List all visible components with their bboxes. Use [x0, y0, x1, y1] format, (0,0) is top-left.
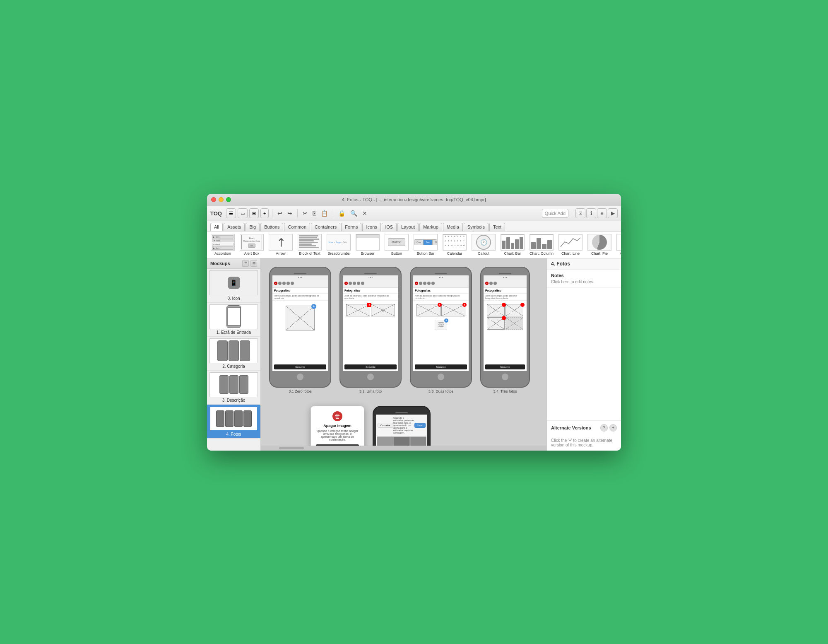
- topbar-icon-2c: [357, 282, 360, 285]
- alternate-help-btn[interactable]: ?: [600, 424, 608, 432]
- dialog-container: 🗑 Apagar imagem Quando a coleção tenha a…: [310, 406, 364, 446]
- play-icon[interactable]: ▶: [608, 208, 618, 218]
- comp-item-arrow[interactable]: ↗ Arrow: [268, 234, 293, 256]
- comp-item-chartcol[interactable]: Chart: Column: [529, 234, 554, 256]
- tab-icons[interactable]: Icons: [362, 223, 380, 231]
- sidebar-item-4[interactable]: 4. Fotos: [207, 405, 260, 439]
- add-button[interactable]: +: [260, 208, 269, 218]
- comp-item-blocktext[interactable]: Block of Text: [297, 234, 322, 256]
- canvas-dialog: 🗑 Apagar imagem Quando a coleção tenha a…: [310, 406, 364, 446]
- phone-btn-3[interactable]: Seguinte: [415, 364, 467, 369]
- list-icon[interactable]: ≡: [597, 208, 607, 218]
- mockup-label-2: 3.2. Uma foto: [359, 389, 382, 393]
- phone-home-1[interactable]: [296, 373, 304, 381]
- tab-assets[interactable]: Assets: [224, 223, 245, 231]
- horizontal-scrollbar[interactable]: [261, 446, 546, 451]
- sidebar-item-2[interactable]: 2. Categoria: [207, 337, 260, 371]
- tab-buttons[interactable]: Buttons: [260, 223, 283, 231]
- comp-item-callout[interactable]: 🕐 Callout: [471, 234, 496, 256]
- alternate-add-btn[interactable]: +: [609, 424, 617, 432]
- comp-item-buttonbar[interactable]: One Two Three Button Bar: [413, 234, 438, 256]
- tab-common[interactable]: Common: [284, 223, 310, 231]
- minimize-button[interactable]: [219, 197, 224, 202]
- topbar-icon-3b: [423, 282, 426, 285]
- toolbar-separator-3: [333, 209, 333, 217]
- comp-item-calendar[interactable]: SMT WTFS 123 4567 8910 11121314 Calendar: [442, 234, 467, 256]
- maximize-button[interactable]: [226, 197, 231, 202]
- close-icon[interactable]: ✕: [361, 209, 369, 217]
- canvas[interactable]: • • • ✕ Fotografias Além da descrição, p: [261, 258, 546, 446]
- topbar-icon-2b: [353, 282, 356, 285]
- phone-btn-1[interactable]: Seguinte: [274, 364, 326, 369]
- comp-item-breadcrumbs[interactable]: Home › Page › Sub Breadcrumbs: [326, 234, 351, 256]
- toolbar-separator-4: [572, 209, 572, 217]
- tab-big[interactable]: Big: [246, 223, 260, 231]
- phone-home-4[interactable]: [501, 373, 509, 381]
- comp-item-browser[interactable]: Browser: [355, 234, 380, 256]
- search-icon[interactable]: 🔍: [349, 209, 359, 217]
- quick-add-box[interactable]: Quick Add: [542, 209, 568, 218]
- phone-btn-4[interactable]: Seguinte: [485, 364, 525, 369]
- toolbar-separator-1: [272, 209, 272, 217]
- comp-item-button[interactable]: Button Button: [384, 234, 409, 256]
- mockup-label-4: 3.4. Três fotos: [493, 389, 517, 393]
- phone-btn-2[interactable]: Seguinte: [344, 364, 397, 369]
- topbar-icon-1d: [291, 282, 294, 285]
- sidebar-item-3[interactable]: 3. Descrição: [207, 371, 260, 405]
- sidebar-list-icon[interactable]: ☰: [242, 260, 249, 267]
- topbar-icon-4a: [489, 282, 493, 285]
- cut-icon[interactable]: ✂: [301, 209, 309, 217]
- comp-item-chartpie[interactable]: Chart: Pie: [587, 234, 612, 256]
- tab-forms[interactable]: Forms: [341, 223, 361, 231]
- undo-icon[interactable]: ↩: [276, 209, 284, 217]
- notes-text[interactable]: Click here to edit notes.: [551, 280, 617, 284]
- copy-icon[interactable]: ⎘: [311, 209, 318, 217]
- tab-media[interactable]: Media: [443, 223, 463, 231]
- window-title: 4. Fotos - TOQ - [..._interaction-design…: [342, 197, 486, 202]
- fullscreen-icon[interactable]: ⊡: [575, 208, 585, 218]
- topbar-icon-1b: [282, 282, 286, 285]
- sidebar-thumb-2: [209, 338, 258, 363]
- camera-container: Cancelar Quando o utilizador pretende ti…: [373, 406, 431, 446]
- phone-speaker-3: [435, 273, 447, 274]
- menu-button[interactable]: ☰: [226, 208, 236, 218]
- camera-cancel[interactable]: Cancelar: [378, 423, 393, 428]
- comp-item-chartbar[interactable]: Chart: Bar: [500, 234, 525, 256]
- topbar-icon-3a: [419, 282, 422, 285]
- close-x-1: ✕: [274, 282, 277, 285]
- sidebar-item-0[interactable]: 📱 0. Icon: [207, 269, 260, 303]
- tab-symbols[interactable]: Symbols: [464, 223, 489, 231]
- sidebar-grid-icon[interactable]: ⊞: [250, 260, 257, 267]
- info-icon[interactable]: ℹ: [586, 208, 596, 218]
- comp-item-chartline[interactable]: Chart: Line: [558, 234, 583, 256]
- tab-markup[interactable]: Markup: [419, 223, 442, 231]
- tab-all[interactable]: All: [210, 223, 223, 231]
- tab-ios[interactable]: iOS: [382, 223, 397, 231]
- phone-home-2[interactable]: [366, 373, 375, 381]
- view-list-button[interactable]: ▭: [238, 208, 248, 218]
- paste-icon[interactable]: 📋: [319, 209, 330, 217]
- close-button[interactable]: [211, 197, 216, 202]
- tab-text[interactable]: Text: [489, 223, 505, 231]
- comp-item-accordion[interactable]: ▶ Item ▼ Item content ▶ Item Accordion: [210, 234, 235, 256]
- comp-img-accordion: ▶ Item ▼ Item content ▶ Item: [211, 234, 235, 251]
- camera-usar[interactable]: Usar: [414, 423, 426, 428]
- component-tabs: All Assets Big Buttons Common Containers…: [207, 221, 621, 231]
- tab-layout[interactable]: Layout: [397, 223, 419, 231]
- phone-screen-4: • • • ✕ Fotografias Além da descrição, p…: [484, 275, 527, 371]
- sidebar-item-1[interactable]: 1. Ecrã de Entrada: [207, 303, 260, 337]
- comp-item-checkbox[interactable]: ✓ Checkbox Checkbox: [616, 234, 621, 256]
- comp-label-arrow: Arrow: [276, 251, 286, 256]
- dialog-icon: 🗑: [332, 411, 342, 421]
- redo-icon[interactable]: ↪: [286, 209, 294, 217]
- phone-home-3[interactable]: [437, 373, 445, 381]
- tab-containers[interactable]: Containers: [311, 223, 340, 231]
- comp-item-alertbox[interactable]: Alert Message text here OK Alert Box: [239, 234, 264, 256]
- topbar-3: ✕: [413, 280, 469, 288]
- lock-icon[interactable]: 🔒: [337, 209, 347, 217]
- dialog-main-btn[interactable]: Remover Foto Tem a certeza que deseja re…: [316, 444, 359, 446]
- phone-content-3: ● ● 🖼 +: [413, 301, 469, 363]
- sidebar-header-icons: ☰ ⊞: [242, 260, 257, 267]
- view-grid-button[interactable]: ⊞: [249, 208, 259, 218]
- phone-4: • • • ✕ Fotografias Além da descrição, p…: [480, 267, 530, 388]
